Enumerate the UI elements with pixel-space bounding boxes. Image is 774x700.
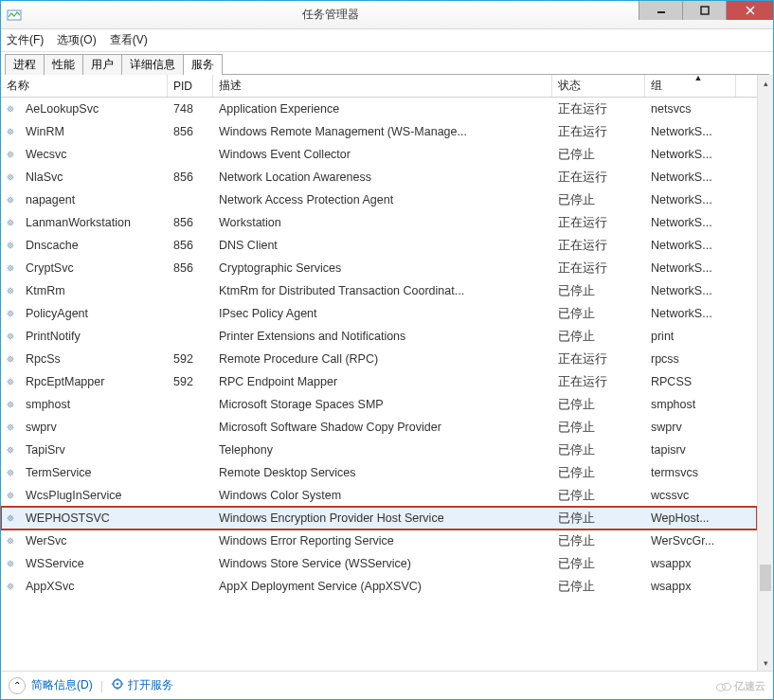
service-icon: [1, 216, 20, 229]
menu-view[interactable]: 查看(V): [110, 32, 148, 48]
minimize-button[interactable]: [639, 1, 682, 20]
statusbar: ⌃ 简略信息(D) | 打开服务: [1, 671, 773, 699]
scroll-down-icon[interactable]: ▾: [758, 655, 773, 671]
cell-group: netsvcs: [645, 102, 736, 116]
table-row[interactable]: swprvMicrosoft Software Shadow Copy Prov…: [1, 416, 757, 439]
svg-line-102: [12, 315, 13, 316]
cell-desc: Remote Desktop Services: [213, 466, 552, 479]
open-services-link[interactable]: 打开服务: [128, 677, 173, 693]
column-pid[interactable]: PID: [168, 75, 213, 97]
brief-info-link[interactable]: 简略信息(D): [31, 677, 93, 693]
svg-line-141: [9, 403, 9, 404]
cell-status: 已停止: [552, 329, 645, 345]
column-status[interactable]: 状态: [552, 75, 645, 97]
tab-details[interactable]: 详细信息: [121, 54, 184, 75]
svg-line-113: [9, 338, 9, 339]
column-desc[interactable]: 描述: [213, 75, 552, 97]
svg-line-12: [12, 111, 13, 112]
cell-status: 正在运行: [552, 101, 645, 117]
svg-line-182: [12, 497, 13, 498]
close-button[interactable]: [726, 1, 773, 20]
table-row[interactable]: WerSvcWindows Error Reporting Service已停止…: [1, 529, 757, 552]
svg-line-23: [9, 134, 9, 135]
table-row[interactable]: AppXSvcAppX Deployment Service (AppXSVC)…: [1, 575, 757, 598]
svg-line-32: [12, 156, 13, 157]
menu-options[interactable]: 选项(O): [57, 32, 96, 48]
table-row[interactable]: PolicyAgentIPsec Policy Agent已停止NetworkS…: [1, 302, 757, 325]
table-row[interactable]: KtmRmKtmRm for Distributed Transaction C…: [1, 279, 757, 302]
cell-group: WepHost...: [645, 512, 736, 525]
cell-desc: KtmRm for Distributed Transaction Coordi…: [213, 284, 552, 297]
service-icon: [1, 375, 20, 388]
table-row[interactable]: smphostMicrosoft Storage Spaces SMP已停止sm…: [1, 393, 757, 416]
svg-point-66: [9, 244, 11, 246]
svg-line-142: [12, 406, 13, 407]
svg-line-122: [12, 361, 13, 362]
service-icon: [1, 512, 20, 525]
cell-group: tapisrv: [645, 443, 736, 457]
table-row[interactable]: WEPHOSTSVCWindows Encryption Provider Ho…: [1, 507, 757, 529]
cell-desc: Windows Remote Management (WS-Manage...: [213, 125, 552, 138]
table-row[interactable]: TapiSrvTelephony已停止tapisrv: [1, 439, 757, 461]
cell-desc: Windows Color System: [213, 489, 552, 502]
maximize-button[interactable]: [682, 1, 726, 20]
table-row[interactable]: PrintNotifyPrinter Extensions and Notifi…: [1, 325, 757, 348]
scroll-up-icon[interactable]: ▴: [758, 75, 773, 91]
cell-status: 已停止: [552, 283, 645, 299]
table-row[interactable]: Dnscache856DNS Client正在运行NetworkS...: [1, 234, 757, 257]
svg-line-73: [9, 247, 9, 248]
task-manager-window: 任务管理器 文件(F) 选项(O) 查看(V) 进程 性能 用户 详细信息 服务…: [0, 0, 774, 700]
tab-services[interactable]: 服务: [183, 54, 223, 75]
tab-processes[interactable]: 进程: [5, 54, 45, 75]
table-row[interactable]: WinRM856Windows Remote Management (WS-Ma…: [1, 120, 757, 143]
vertical-scrollbar[interactable]: ▴ ▾: [757, 75, 773, 671]
cell-group: WerSvcGr...: [645, 534, 736, 547]
svg-point-116: [9, 358, 11, 360]
menu-file[interactable]: 文件(F): [7, 32, 44, 48]
svg-line-124: [12, 357, 13, 358]
content-area: 名称 PID 描述 状态 组▲ AeLookupSvc748Applicatio…: [1, 75, 773, 671]
svg-point-196: [9, 540, 11, 542]
sort-indicator-icon: ▲: [694, 75, 703, 82]
window-controls: [639, 1, 773, 28]
table-row[interactable]: WecsvcWindows Event Collector已停止NetworkS…: [1, 143, 757, 166]
titlebar[interactable]: 任务管理器: [1, 1, 773, 29]
table-row[interactable]: AeLookupSvc748Application Experience正在运行…: [1, 98, 757, 120]
service-icon: [1, 557, 20, 570]
table-row[interactable]: RpcEptMapper592RPC Endpoint Mapper正在运行RP…: [1, 370, 757, 393]
table-row[interactable]: WcsPlugInServiceWindows Color System已停止w…: [1, 484, 757, 507]
svg-line-154: [12, 425, 13, 426]
cell-name: napagent: [20, 193, 168, 206]
svg-line-162: [12, 452, 13, 453]
table-row[interactable]: RpcSs592Remote Procedure Call (RPC)正在运行r…: [1, 348, 757, 370]
svg-point-186: [9, 517, 11, 519]
tab-users[interactable]: 用户: [82, 54, 122, 75]
tab-performance[interactable]: 性能: [44, 54, 83, 75]
cell-desc: Telephony: [213, 443, 552, 457]
svg-line-92: [12, 293, 13, 294]
cell-status: 正在运行: [552, 124, 645, 140]
scroll-track[interactable]: [758, 91, 773, 655]
cell-desc: AppX Deployment Service (AppXSVC): [213, 580, 552, 593]
table-row[interactable]: TermServiceRemote Desktop Services已停止ter…: [1, 461, 757, 484]
svg-line-201: [9, 539, 9, 540]
column-group[interactable]: 组▲: [645, 75, 736, 97]
cell-name: WinRM: [20, 125, 168, 138]
table-row[interactable]: LanmanWorkstation856Workstation正在运行Netwo…: [1, 211, 757, 234]
window-title: 任务管理器: [22, 7, 639, 23]
table-row[interactable]: NlaSvc856Network Location Awareness正在运行N…: [1, 166, 757, 188]
table-row[interactable]: WSServiceWindows Store Service (WSServic…: [1, 552, 757, 575]
table-row[interactable]: CryptSvc856Cryptographic Services正在运行Net…: [1, 257, 757, 279]
chevron-up-icon[interactable]: ⌃: [9, 677, 26, 694]
cell-desc: Microsoft Storage Spaces SMP: [213, 398, 552, 411]
cell-pid: 592: [168, 352, 213, 366]
svg-line-41: [9, 175, 9, 176]
scroll-thumb[interactable]: [760, 565, 771, 591]
svg-point-96: [9, 313, 11, 314]
table-row[interactable]: napagentNetwork Access Protection Agent已…: [1, 188, 757, 211]
svg-line-81: [9, 266, 9, 267]
cell-group: smphost: [645, 398, 736, 411]
column-name[interactable]: 名称: [1, 75, 168, 97]
service-icon: [1, 307, 20, 320]
cell-desc: Cryptographic Services: [213, 261, 552, 275]
